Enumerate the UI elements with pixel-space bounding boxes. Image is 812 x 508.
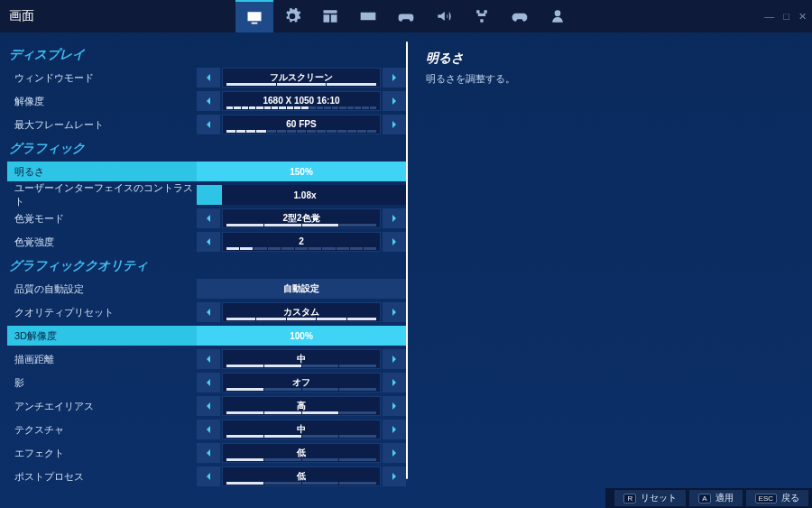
tick-strip	[226, 435, 376, 438]
setting-row: エフェクト低	[7, 442, 406, 464]
prev-button[interactable]	[197, 466, 220, 486]
setting-label: エフェクト	[7, 447, 197, 460]
next-button[interactable]	[383, 91, 406, 111]
next-button[interactable]	[383, 443, 406, 463]
prev-button[interactable]	[197, 208, 220, 228]
setting-label: 品質の自動設定	[7, 282, 197, 296]
prev-button[interactable]	[197, 443, 220, 463]
tick-strip	[226, 482, 376, 485]
setting-control: オフ	[197, 373, 406, 393]
tick-strip	[226, 106, 376, 109]
setting-label: アンチエイリアス	[7, 400, 197, 413]
close-icon[interactable]: ✕	[798, 11, 807, 23]
setting-control: 2型2色覚	[197, 208, 406, 228]
minimize-icon[interactable]: —	[764, 11, 774, 23]
next-button[interactable]	[383, 349, 406, 369]
next-button[interactable]	[383, 208, 406, 228]
setting-row: クオリティプリセットカスタム	[7, 301, 406, 323]
section-header: グラフィッククオリティ	[7, 258, 406, 274]
button-label: 適用	[715, 492, 734, 504]
setting-label: 解像度	[7, 95, 197, 108]
setting-label: 描画距離	[7, 353, 197, 366]
tab-controller[interactable]	[387, 0, 425, 32]
setting-label: 色覚強度	[7, 236, 197, 249]
setting-label: 最大フレームレート	[7, 118, 197, 132]
detail-desc: 明るさを調整する。	[426, 72, 794, 86]
tab-account[interactable]	[539, 0, 577, 32]
setting-label: 3D解像度	[7, 326, 197, 346]
setting-row: ポストプロセス低	[7, 466, 406, 487]
tab-ui[interactable]	[311, 0, 349, 32]
setting-row: 色覚モード2型2色覚	[7, 208, 406, 229]
slider-value: 1.08x	[293, 190, 316, 200]
value-text: 低	[297, 448, 306, 457]
next-button[interactable]	[383, 232, 406, 252]
setting-label: テクスチャ	[7, 423, 197, 437]
next-button[interactable]	[383, 68, 406, 88]
setting-label: 影	[7, 376, 197, 390]
tick-strip	[226, 224, 376, 226]
tick-strip	[226, 83, 376, 86]
prev-button[interactable]	[197, 396, 220, 416]
content: ディスプレイウィンドウモードフルスクリーン解像度1680 X 1050 16:1…	[0, 32, 812, 488]
prev-button[interactable]	[197, 91, 220, 111]
key-badge: A	[698, 494, 710, 503]
value-box: 中	[222, 420, 381, 439]
tab-controller2[interactable]	[501, 0, 539, 32]
key-badge: ESC	[755, 494, 777, 503]
tick-strip	[226, 388, 376, 391]
tick-strip	[226, 458, 376, 461]
setting-control[interactable]: 150%	[197, 162, 406, 181]
next-button[interactable]	[383, 420, 406, 439]
value-box: 高	[222, 396, 381, 416]
tab-audio[interactable]	[425, 0, 463, 32]
window-controls: — □ ✕	[764, 11, 807, 23]
auto-set-button[interactable]: 自動設定	[197, 279, 406, 299]
prev-button[interactable]	[197, 349, 220, 369]
setting-label: ポストプロセス	[7, 470, 197, 484]
value-text: 60 FPS	[286, 120, 316, 129]
tab-network[interactable]	[463, 0, 501, 32]
setting-label: クオリティプリセット	[7, 306, 197, 319]
footer: R リセット A 適用 ESC 戻る	[605, 488, 812, 508]
setting-control: 60 FPS	[197, 115, 406, 134]
setting-label: ユーザーインターフェイスのコントラスト	[7, 181, 197, 208]
setting-control[interactable]: 100%	[197, 326, 406, 346]
setting-row: ユーザーインターフェイスのコントラスト1.08x	[7, 184, 406, 206]
prev-button[interactable]	[197, 115, 220, 134]
prev-button[interactable]	[197, 420, 220, 439]
tab-video[interactable]	[235, 0, 273, 32]
tick-strip	[226, 365, 376, 367]
value-box: 低	[222, 466, 381, 486]
next-button[interactable]	[383, 466, 406, 486]
back-button[interactable]: ESC 戻る	[746, 490, 808, 506]
prev-button[interactable]	[197, 302, 220, 322]
next-button[interactable]	[383, 396, 406, 416]
value-text: 1680 X 1050 16:10	[263, 97, 339, 106]
slider-value: 150%	[290, 167, 313, 177]
button-label: リセット	[641, 492, 677, 504]
tick-strip	[226, 130, 376, 133]
apply-button[interactable]: A 適用	[689, 490, 742, 506]
maximize-icon[interactable]: □	[783, 11, 789, 23]
setting-label: 色覚モード	[7, 212, 197, 226]
setting-control: フルスクリーン	[197, 68, 406, 88]
value-text: フルスクリーン	[270, 73, 333, 82]
value-box: 低	[222, 443, 381, 463]
reset-button[interactable]: R リセット	[614, 490, 686, 506]
prev-button[interactable]	[197, 232, 220, 252]
tab-keyboard[interactable]	[349, 0, 387, 32]
prev-button[interactable]	[197, 373, 220, 393]
setting-row: 3D解像度100%	[7, 325, 406, 346]
settings-list: ディスプレイウィンドウモードフルスクリーン解像度1680 X 1050 16:1…	[0, 32, 406, 488]
setting-row: アンチエイリアス高	[7, 395, 406, 417]
value-box: 60 FPS	[222, 115, 381, 134]
setting-control[interactable]: 1.08x	[197, 185, 406, 205]
section-header: ディスプレイ	[7, 47, 406, 63]
next-button[interactable]	[383, 373, 406, 393]
next-button[interactable]	[383, 115, 406, 134]
tab-game[interactable]	[273, 0, 311, 32]
next-button[interactable]	[383, 302, 406, 322]
prev-button[interactable]	[197, 68, 220, 88]
value-box: 2型2色覚	[222, 208, 381, 228]
